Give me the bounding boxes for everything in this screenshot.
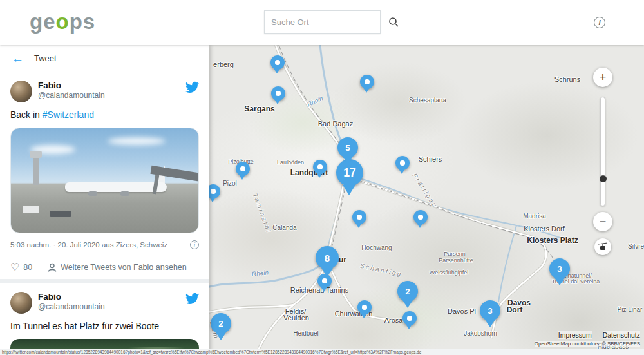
map-pin[interactable] (360, 75, 374, 89)
like-icon[interactable]: ♡ (10, 262, 19, 273)
pin-dot (275, 60, 279, 64)
hashtag-link[interactable]: #Switzerland (43, 110, 94, 120)
pin-dot (322, 278, 327, 283)
impressum-link[interactable]: Impressum (558, 331, 592, 339)
pin-dot (240, 166, 245, 171)
search-box (264, 10, 381, 34)
pin-dot (400, 160, 404, 165)
tweet-card: Fabio @calandamountain Im Tunnel es hat … (0, 283, 209, 355)
map-pin[interactable] (270, 55, 285, 70)
pin-dot (317, 164, 322, 169)
tweet-photo-airport[interactable] (10, 128, 199, 233)
photo-control-tower (33, 157, 39, 185)
map-attribution: Impressum Datenschutz OpenStreetMap cont… (535, 331, 640, 347)
zoom-slider-handle[interactable] (600, 175, 607, 182)
tweet-handle[interactable]: @calandamountain (38, 302, 185, 311)
back-button[interactable]: ← (12, 52, 24, 64)
map-cluster-marker[interactable]: 3 (480, 300, 500, 321)
pin-dot (362, 305, 366, 309)
photo-jet-bridge (150, 166, 199, 182)
photo-ground-vehicle (50, 211, 71, 217)
more-tweets-link[interactable]: Weitere Tweets von Fabio ansehen (48, 263, 187, 272)
geops-logo[interactable]: geops (30, 10, 95, 34)
photo-airplane (65, 182, 167, 192)
zoom-out-button[interactable]: − (593, 212, 612, 231)
info-button[interactable]: i (594, 17, 605, 28)
map-pin[interactable] (271, 86, 285, 101)
like-count: 80 (23, 263, 32, 272)
tweet-text: Im Tunnel es hat Platz für zwei Boote (10, 320, 199, 332)
photo-cloud (108, 137, 166, 145)
sidebar: ← Tweet Fabio @calandamountain Back in #… (0, 45, 209, 355)
zoom-in-button[interactable]: + (593, 68, 612, 87)
twitter-icon[interactable] (185, 81, 199, 94)
avatar[interactable] (10, 81, 32, 102)
map-pin[interactable] (357, 300, 372, 314)
twitter-icon[interactable] (185, 292, 199, 305)
tweet-timestamp: 5:03 nachm. · 20. Juli 2020 aus Zizers, … (10, 241, 167, 249)
datenschutz-link[interactable]: Datenschutz (603, 331, 640, 339)
map-pin[interactable] (402, 311, 417, 325)
app-header: geops i (0, 0, 644, 45)
pin-dot (276, 91, 280, 95)
map-pin[interactable] (413, 210, 428, 224)
photo-ground-vehicle (23, 206, 39, 213)
map-pin[interactable] (352, 210, 366, 224)
map-pin[interactable] (236, 162, 250, 176)
tweet-handle[interactable]: @calandamountain (38, 91, 185, 100)
person-icon (48, 263, 57, 272)
map-cluster-marker[interactable]: 3 (549, 258, 570, 279)
photo-airplane-engine (88, 191, 97, 196)
pin-dot (418, 215, 422, 219)
pin-dot (407, 316, 412, 320)
tweet-card: Fabio @calandamountain Back in #Switzerl… (0, 72, 209, 279)
tweet-author[interactable]: Fabio (38, 81, 185, 90)
map-pin[interactable] (313, 160, 327, 174)
pin-dot (357, 215, 361, 219)
info-icon[interactable]: i (190, 240, 199, 249)
pin-dot (211, 189, 215, 193)
avatar[interactable] (10, 292, 32, 314)
map-cluster-marker[interactable]: 2 (211, 313, 231, 334)
search-icon[interactable] (388, 17, 399, 27)
map-cluster-marker[interactable]: 5 (337, 137, 358, 158)
osm-attribution: OpenStreetMap contributors, © SBB/CFF/FF… (535, 341, 640, 347)
tweet-author[interactable]: Fabio (38, 292, 185, 302)
zoom-slider-track[interactable] (600, 97, 605, 206)
map-cluster-marker[interactable]: 8 (316, 246, 339, 269)
sidebar-header: ← Tweet (0, 45, 209, 72)
sidebar-title: Tweet (34, 53, 57, 63)
map-pin[interactable] (395, 156, 410, 170)
photo-airplane-engine (120, 191, 129, 196)
cable-car-layer-button[interactable] (594, 238, 611, 255)
map-cluster-marker[interactable]: 2 (397, 281, 418, 302)
pin-dot (365, 79, 369, 84)
cable-car-icon (598, 242, 608, 252)
search-input[interactable] (271, 17, 384, 27)
tweet-text: Back in #Switzerland (10, 109, 199, 121)
browser-status-bar: https://twitter.com/calandamountain/stat… (0, 349, 644, 355)
